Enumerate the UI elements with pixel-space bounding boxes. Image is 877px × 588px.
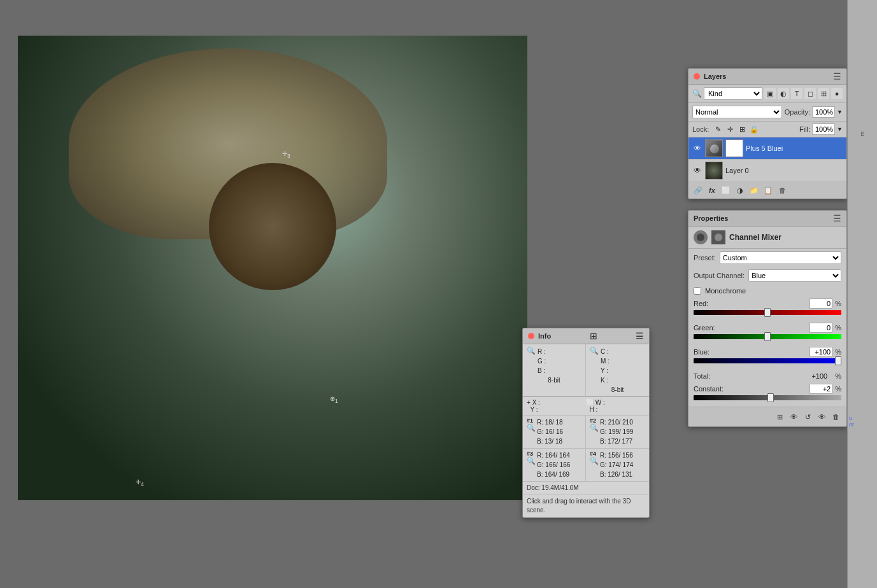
info-cell-cmyk: 🔍 C :M :Y :K : 8-bit [586,344,649,396]
expand-icon[interactable]: ⊞ [774,411,785,423]
filter-icon[interactable]: ● [831,88,843,99]
info-doc-text: Doc: 19.4M/41.0M [527,484,579,491]
shape-icon[interactable]: ◻ [804,88,816,99]
right-edge-link2: or [849,421,876,428]
fill-row: Fill: ▼ [799,123,843,135]
info-wh: ⬜ W : H : [586,399,645,413]
layer-name-0: Layer 0 [725,167,843,174]
green-label: Green: [694,324,715,332]
search-icon: 🔍 [692,89,702,98]
fx-icon[interactable]: fx [706,185,718,196]
reset-icon[interactable]: ↺ [802,411,813,423]
sample-4-eyedrop: 🔍 [590,457,599,465]
monochrome-checkbox[interactable] [694,287,701,295]
link-layers-icon[interactable]: 🔗 [692,185,704,196]
green-slider-thumb[interactable] [764,332,771,341]
eyedrop-2-icon: 🔍 [590,347,599,355]
green-slider-track[interactable] [694,334,841,339]
info-panel-close[interactable] [528,333,534,339]
sample-3-eyedrop: 🔍 [527,457,536,465]
blue-slider-thumb[interactable] [835,356,841,365]
properties-panel-header: Properties ☰ [688,211,846,227]
red-slider-thumb[interactable] [764,308,771,317]
blue-slider-track[interactable] [694,358,841,363]
fill-label: Fill: [799,125,810,133]
red-value[interactable] [809,298,832,309]
info-top-grid: 🔍 R :G :B : 8-bit 🔍 C :M :Y :K : 8-bit [523,344,649,397]
visibility-toggle-icon[interactable]: 👁 [788,411,799,423]
properties-panel-title: Properties [694,214,728,222]
total-label: Total: [694,372,710,380]
smart-icon[interactable]: ⊞ [818,88,829,99]
photo-background [18,36,527,500]
layers-kind-toolbar: 🔍 Kind ▣ ◐ T ◻ ⊞ ● [688,85,846,103]
total-value: +100 [714,372,830,380]
layers-panel-menu[interactable]: ☰ [833,71,841,81]
opacity-input[interactable] [812,106,835,118]
info-expand-icon[interactable]: ⊞ [590,331,597,341]
layers-blend-row: Normal Opacity: ▼ [688,103,846,122]
preview-icon[interactable]: 👁 [816,411,827,423]
text-icon[interactable]: T [791,88,802,99]
monochrome-label: Monochrome [705,287,746,295]
red-slider-track[interactable] [694,310,841,315]
info-coords-row: + X : Y : ⬜ W : H : [523,397,649,416]
info-sample-4: #4 🔍 R: 156/ 156 G: 174/ 174 B: 126/ 131 [586,449,649,482]
layers-panel-close[interactable] [694,73,700,80]
layer-visibility-0[interactable]: 👁 [692,165,702,176]
lock-artboard-icon[interactable]: ⊞ [737,124,747,134]
layers-panel: Layers ☰ 🔍 Kind ▣ ◐ T ◻ ⊞ ● Normal Opaci… [688,68,847,199]
adjustment-layer-icon[interactable]: ◑ [734,185,746,196]
photo-frame: ✛3 ⊕1 ✛4 [18,36,527,500]
layers-kind-select[interactable]: Kind [704,87,762,100]
preset-select[interactable]: Custom [720,251,841,264]
channel-mixer-title: Channel Mixer [729,233,781,242]
green-value[interactable] [809,323,832,333]
sample-1-num: #1 [527,417,536,424]
preset-label: Preset: [694,254,716,262]
properties-panel-menu[interactable]: ☰ [833,213,841,223]
lock-icons: ✎ ✛ ⊞ 🔒 [713,124,759,134]
turtle-head-shape [209,163,336,290]
info-panel-title: Info [538,332,551,340]
constant-value[interactable] [809,384,832,394]
output-channel-select[interactable]: Blue Red Green [748,269,841,282]
layers-panel-title: Layers [704,73,726,80]
constant-slider-section: Constant: % [688,382,846,407]
red-label: Red: [694,300,708,307]
new-layer-icon[interactable]: 📋 [762,185,774,196]
lock-move-icon[interactable]: ✛ [725,124,735,134]
blue-value[interactable] [809,347,832,357]
opacity-chevron[interactable]: ▼ [837,109,843,115]
layer-visibility-plus5blue[interactable]: 👁 [692,143,702,153]
monochrome-row: Monochrome [688,284,846,297]
info-menu-icon[interactable]: ☰ [636,331,644,341]
delete-adjustment-icon[interactable]: 🗑 [830,411,841,423]
layer-item-plus5blue[interactable]: 👁 Plus 5 Bluei [688,137,846,160]
fill-input[interactable] [812,123,835,135]
sample-4-num: #4 [590,451,599,457]
lock-pixels-icon[interactable]: ✎ [713,124,723,134]
add-mask-icon[interactable]: ⬜ [720,185,732,196]
blend-mode-select[interactable]: Normal [692,106,782,118]
opacity-label: Opacity: [785,108,810,116]
info-tip: Click and drag to interact with the 3D s… [523,494,649,517]
channel-mixer-bw-icon [711,230,725,244]
layer-item-0[interactable]: 👁 Layer 0 [688,160,846,182]
pixel-layer-icon[interactable]: ▣ [764,88,776,99]
constant-slider-track[interactable] [694,395,841,400]
channel-mixer-color-icon [694,230,708,244]
sample-2-num: #2 [590,417,599,424]
info-xy: + X : Y : [527,399,586,413]
lock-all-icon[interactable]: 🔒 [749,124,759,134]
eyedrop-1-icon: 🔍 [527,347,536,355]
new-group-icon[interactable]: 📁 [748,185,760,196]
fill-chevron[interactable]: ▼ [837,126,843,132]
constant-slider-thumb[interactable] [767,393,774,402]
info-sample-1: #1 🔍 R: 18/ 18 G: 16/ 16 B: 13/ 18 [523,416,586,449]
adjustment-icon[interactable]: ◐ [778,88,789,99]
layers-lock-row: Lock: ✎ ✛ ⊞ 🔒 Fill: ▼ [688,122,846,137]
sample-2-eyedrop: 🔍 [590,424,599,431]
layer-thumb-0 [705,162,723,179]
delete-layer-icon[interactable]: 🗑 [776,185,788,196]
